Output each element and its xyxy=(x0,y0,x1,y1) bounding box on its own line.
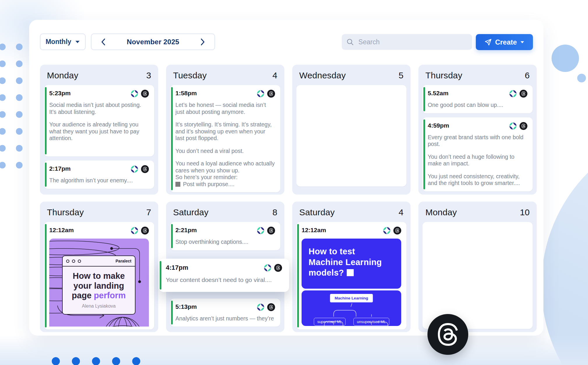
threads-icon xyxy=(520,90,527,98)
post-text: The algorithm isn’t your enemy.... xyxy=(49,177,149,184)
highlighted-word: perform xyxy=(94,291,126,300)
workspace-avatar-icon xyxy=(264,264,272,272)
threads-icon xyxy=(141,165,149,173)
threads-icon xyxy=(267,227,275,234)
threads-icon xyxy=(141,90,149,98)
workspace-avatar-icon xyxy=(509,90,517,98)
day-cell-monday-10[interactable]: Monday 10 xyxy=(418,202,537,332)
post-card-with-image[interactable]: 12:12am xyxy=(44,222,154,329)
post-card[interactable]: 5:13pm xyxy=(170,299,280,327)
post-text: Social media isn’t just about posting. I… xyxy=(49,102,149,142)
search-box[interactable] xyxy=(342,34,472,50)
day-cell-header: Wednesday 5 xyxy=(292,65,411,85)
day-name: Wednesday xyxy=(299,70,346,80)
day-cell-header: Tuesday 4 xyxy=(166,65,284,85)
day-name: Thursday xyxy=(47,207,84,217)
day-cell-tuesday-4[interactable]: Tuesday 4 1:58pm xyxy=(166,65,284,195)
day-cell-wednesday-5[interactable]: Wednesday 5 xyxy=(292,65,411,195)
day-name: Saturday xyxy=(173,207,209,217)
create-button[interactable]: Create xyxy=(476,34,533,50)
view-mode-select[interactable]: Monthly xyxy=(40,33,86,50)
day-number: 8 xyxy=(272,207,277,217)
day-number: 3 xyxy=(146,70,151,80)
threads-logo xyxy=(427,314,468,355)
post-time: 5:13pm xyxy=(175,303,197,310)
dragged-post-card[interactable]: 4:17pm Your content doesn’t need to go xyxy=(159,259,289,292)
day-cell-saturday-4[interactable]: Saturday 4 12:12am xyxy=(292,202,411,332)
day-name: Monday xyxy=(425,207,457,217)
post-time: 12:12am xyxy=(49,227,74,234)
day-number: 6 xyxy=(525,70,530,80)
post-time: 2:21pm xyxy=(175,227,197,234)
chevron-right-icon xyxy=(199,38,206,46)
blue-circle-decoration xyxy=(552,45,579,72)
day-name: Monday xyxy=(47,70,78,80)
post-platform-icons xyxy=(509,90,527,98)
flowchart-root-node: Machine Learning xyxy=(330,294,373,302)
dot-grid-decoration xyxy=(0,38,28,174)
post-time: 4:17pm xyxy=(166,264,188,271)
search-input[interactable] xyxy=(358,38,467,46)
large-pale-circle-decoration xyxy=(541,125,588,365)
chevron-left-icon xyxy=(100,38,107,46)
empty-slot-card[interactable] xyxy=(422,222,533,329)
send-icon xyxy=(484,38,492,46)
post-text: Analytics aren’t just numbers — they’re … xyxy=(175,315,275,322)
empty-slot-card[interactable] xyxy=(296,85,406,186)
post-card-with-image[interactable]: 12:12am xyxy=(296,222,406,329)
day-cell-monday-3[interactable]: Monday 3 5:23pm xyxy=(40,65,158,195)
view-mode-label: Monthly xyxy=(45,38,71,46)
small-blue-circle-decoration xyxy=(577,74,586,82)
workspace-avatar-icon xyxy=(131,227,138,234)
post-card[interactable]: 1:58pm xyxy=(170,85,280,192)
day-number: 10 xyxy=(520,207,530,217)
window-dot-icon xyxy=(66,260,69,263)
create-button-label: Create xyxy=(495,38,517,46)
window-dot-icon xyxy=(72,260,75,263)
post-card[interactable]: 4:59pm xyxy=(422,117,533,191)
post-time: 2:17pm xyxy=(49,165,71,172)
day-cell-header: Thursday 6 xyxy=(418,65,537,85)
day-cell-header: Monday 3 xyxy=(40,65,158,85)
post-platform-icons xyxy=(257,303,275,311)
post-card[interactable]: 5:23pm xyxy=(44,85,154,156)
day-cell-thursday-6[interactable]: Thursday 6 5.52am xyxy=(418,65,537,195)
post-platform-icons xyxy=(383,227,401,234)
flowchart-node-unsupervised: unsupervised ML xyxy=(353,318,389,326)
workspace-avatar-icon xyxy=(257,303,265,311)
threads-icon xyxy=(520,122,527,130)
day-cell-header: Thursday 7 xyxy=(40,202,158,222)
threads-icon xyxy=(393,227,401,234)
post-platform-icons xyxy=(509,122,527,130)
workspace-avatar-icon xyxy=(257,90,265,98)
previous-month-button[interactable] xyxy=(99,38,108,46)
day-cell-thursday-7[interactable]: Thursday 7 12:12am xyxy=(40,202,158,332)
post-time: 5:23pm xyxy=(49,90,71,97)
calendar-panel: Monthly November 2025 Create xyxy=(29,20,543,336)
post-platform-icons xyxy=(131,165,149,173)
month-navigator: November 2025 xyxy=(91,33,215,50)
post-card[interactable]: 5.52am xyxy=(422,85,533,113)
next-month-button[interactable] xyxy=(198,38,207,46)
post-text: Let’s be honest — social media isn’t jus… xyxy=(175,102,275,188)
browser-mockup-title: Paralect xyxy=(116,259,131,263)
post-card[interactable]: 2:17pm xyxy=(44,161,154,189)
post-image-ml-title: How to test Machine Learning models? xyxy=(302,239,401,289)
post-text: One good post can blow up.... xyxy=(428,102,527,109)
post-time: 4:59pm xyxy=(428,122,449,129)
workspace-avatar-icon xyxy=(509,122,517,130)
day-name: Tuesday xyxy=(173,70,207,80)
threads-icon xyxy=(436,323,459,346)
post-time: 1:58pm xyxy=(175,90,197,97)
day-number: 4 xyxy=(399,207,404,217)
workspace-avatar-icon xyxy=(257,227,265,234)
day-name: Saturday xyxy=(299,207,335,217)
post-platform-icons xyxy=(257,227,275,234)
post-card[interactable]: 2:21pm xyxy=(170,222,280,250)
emoji-placeholder-square xyxy=(347,269,354,276)
post-platform-icons xyxy=(131,90,149,98)
post-time: 5.52am xyxy=(428,90,448,97)
day-number: 7 xyxy=(146,207,151,217)
day-number: 5 xyxy=(399,70,404,80)
window-dot-icon xyxy=(78,260,81,263)
